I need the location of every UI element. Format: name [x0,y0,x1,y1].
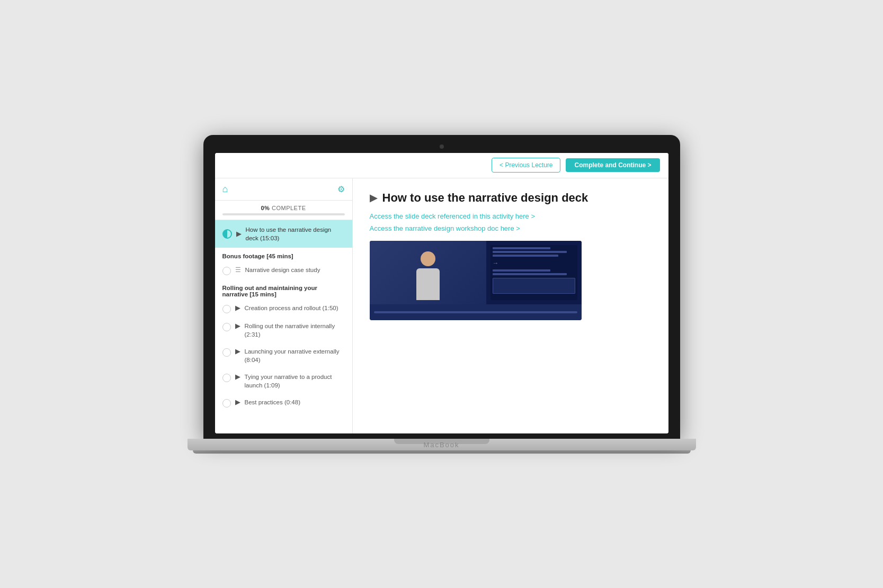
video-icon: ▶ [236,230,242,238]
slide-arrow-icon: → [493,259,575,267]
home-icon[interactable]: ⌂ [222,184,228,195]
video-icon: ▶ [235,322,240,330]
lesson-label: Best practices (0:48) [245,398,300,406]
content-area: ▶ How to use the narrative design deck A… [353,178,668,433]
laptop-screen-outer: < Previous Lecture Complete and Continue… [203,135,680,439]
progress-section: 0% COMPLETE [215,201,352,220]
circle-incomplete-icon [222,305,231,313]
slide-content: → [490,245,577,300]
camera [440,144,444,149]
prev-lecture-button[interactable]: < Previous Lecture [492,158,560,173]
active-lesson-label: How to use the narrative design deck (15… [246,225,345,242]
circle-incomplete-icon [222,267,231,275]
lesson-label: Creation process and rollout (1:50) [245,304,338,312]
rolling-section-header: Rolling out and maintaining your narrati… [215,279,352,300]
content-title-text: How to use the narrative design deck [382,191,588,205]
speaker-figure [412,251,444,304]
progress-percent: 0% [261,205,270,211]
video-speaker [370,241,486,304]
laptop-bottom-bar [193,450,691,454]
slide-line [493,269,550,272]
progress-bar-outer [222,213,345,215]
screen: < Previous Lecture Complete and Continue… [215,153,668,433]
top-bar: < Previous Lecture Complete and Continue… [215,153,668,178]
video-slide: → [486,241,582,304]
lesson-label: Narrative design case study [245,266,320,274]
video-player[interactable]: → [370,241,582,320]
complete-continue-button[interactable]: Complete and Continue > [566,158,659,172]
slide-line [493,273,567,275]
slide-line [493,255,559,257]
speaker-head [421,251,435,266]
slide-line [493,251,567,253]
slide-deck-link[interactable]: Access the slide deck referenced in this… [370,212,652,220]
active-lesson-item[interactable]: ▶ How to use the narrative design deck (… [215,220,352,248]
list-item[interactable]: ▶ Best practices (0:48) [215,394,352,412]
content-title: ▶ How to use the narrative design deck [370,191,652,205]
video-top: → [370,241,582,304]
progress-label: COMPLETE [272,205,306,211]
progress-text: 0% COMPLETE [222,205,345,211]
video-progress-bar[interactable] [374,311,577,313]
circle-incomplete-icon [222,399,231,408]
list-item[interactable]: ▶ Tying your narrative to a product laun… [215,368,352,394]
list-item[interactable]: ☰ Narrative design case study [215,261,352,279]
circle-incomplete-icon [222,348,231,357]
lesson-label: Rolling out the narrative internally (2:… [245,322,345,339]
slide-line [493,247,550,249]
circle-incomplete-icon [222,323,231,331]
half-circle-icon [222,229,232,239]
sidebar-header: ⌂ ⚙ [215,178,352,201]
circle-incomplete-icon [222,374,231,382]
video-icon: ▶ [235,304,240,312]
doc-icon: ☰ [235,266,241,274]
bonus-section-header: Bonus footage [45 mins] [215,248,352,261]
play-icon: ▶ [370,192,377,204]
list-item[interactable]: ▶ Rolling out the narrative internally (… [215,318,352,343]
speaker-body [416,268,440,300]
video-icon: ▶ [235,398,240,406]
video-icon: ▶ [235,373,240,381]
main-content: ⌂ ⚙ 0% COMPLETE [215,178,668,433]
video-controls [370,304,582,320]
laptop-wrapper: < Previous Lecture Complete and Continue… [203,135,680,454]
lesson-label: Launching your narrative externally (8:0… [245,347,345,364]
list-item[interactable]: ▶ Launching your narrative externally (8… [215,343,352,368]
top-bar-right: < Previous Lecture Complete and Continue… [492,158,659,173]
sidebar: ⌂ ⚙ 0% COMPLETE [215,178,353,433]
video-icon: ▶ [235,347,240,355]
list-item[interactable]: ▶ Creation process and rollout (1:50) [215,300,352,318]
lesson-label: Tying your narrative to a product launch… [245,373,345,390]
laptop-brand: MacBook [423,441,459,449]
gear-icon[interactable]: ⚙ [337,184,345,194]
workshop-doc-link[interactable]: Access the narrative design workshop doc… [370,224,652,232]
slide-table [493,278,575,294]
laptop-base: MacBook [188,439,696,450]
